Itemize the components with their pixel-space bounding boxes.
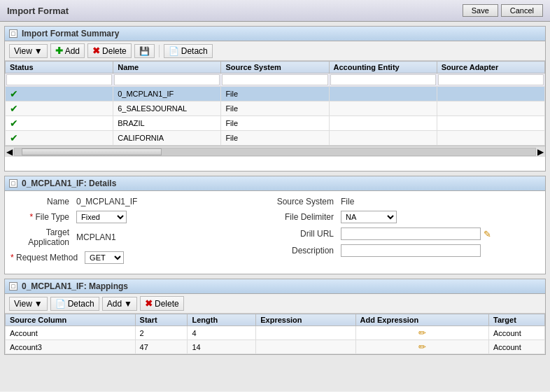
- map-cell-target: Account: [489, 340, 545, 354]
- summary-cell-source-adapter: [437, 87, 544, 102]
- map-cell-start: 2: [135, 326, 188, 340]
- drill-url-row: Drill URL ✎: [275, 227, 540, 240]
- summary-title: Import Format Summary: [22, 29, 119, 38]
- status-check-icon: ✔: [10, 118, 18, 129]
- summary-cell-source-adapter: [437, 131, 544, 146]
- map-col-source: Source Column: [6, 314, 136, 326]
- map-cell-source: Account3: [6, 340, 136, 354]
- detach-icon: 📄: [169, 46, 179, 56]
- drill-url-input[interactable]: [341, 227, 481, 240]
- title-bar-buttons: Save Cancel: [463, 4, 543, 17]
- mappings-collapse-icon[interactable]: □: [9, 282, 17, 290]
- details-section: □ 0_MCPLAN1_IF: Details Name 0_MCPLAN1_I…: [4, 176, 546, 274]
- col-accounting-entity: Accounting Entity: [329, 62, 437, 74]
- details-left: Name 0_MCPLAN1_IF File Type Fixed Delimi…: [10, 197, 275, 268]
- summary-cell-status: ✔: [6, 131, 113, 146]
- request-method-select[interactable]: GET POST: [85, 251, 124, 264]
- map-cell-add-expression[interactable]: ✏: [355, 340, 488, 354]
- filter-name-input[interactable]: [114, 74, 220, 85]
- summary-export-button[interactable]: 💾: [134, 44, 155, 58]
- save-button[interactable]: Save: [463, 4, 498, 17]
- filter-status: [6, 74, 113, 87]
- summary-delete-button[interactable]: ✖ Delete: [87, 43, 132, 58]
- summary-view-button[interactable]: View ▼: [9, 44, 48, 58]
- summary-cell-status: ✔: [6, 87, 113, 102]
- summary-table-row[interactable]: ✔ 0_MCPLAN1_IF File: [6, 87, 545, 102]
- filter-status-input[interactable]: [6, 74, 112, 85]
- mappings-detach-label: Detach: [68, 299, 94, 309]
- summary-cell-accounting-entity: [329, 116, 437, 131]
- mappings-toolbar: View ▼ 📄 Detach Add ▼ ✖ Delete: [5, 294, 545, 314]
- mappings-detach-button[interactable]: 📄 Detach: [50, 297, 99, 311]
- summary-cell-source-system: File: [221, 102, 329, 116]
- summary-table-row[interactable]: ✔ BRAZIL File: [6, 116, 545, 131]
- delete-icon: ✖: [92, 46, 100, 56]
- summary-table-container: Status Name Source System Accounting Ent…: [5, 61, 545, 157]
- mappings-delete-button[interactable]: ✖ Delete: [140, 296, 184, 311]
- summary-section: □ Import Format Summary View ▼ ✚ Add ✖ D…: [4, 26, 546, 172]
- filter-accounting-entity-input[interactable]: [330, 74, 436, 85]
- filter-source-system-input[interactable]: [222, 74, 327, 85]
- summary-view-arrow: ▼: [34, 46, 43, 56]
- details-collapse-icon[interactable]: □: [9, 179, 17, 188]
- summary-detach-button[interactable]: 📄 Detach: [164, 44, 213, 58]
- mappings-add-button[interactable]: Add ▼: [102, 297, 137, 311]
- summary-cell-name: 0_MCPLAN1_IF: [113, 87, 221, 102]
- details-title: 0_MCPLAN1_IF: Details: [22, 178, 116, 188]
- summary-add-button[interactable]: ✚ Add: [50, 43, 85, 58]
- summary-table-row[interactable]: ✔ 6_SALESJOURNAL File: [6, 102, 545, 116]
- mappings-table-row[interactable]: Account 2 4 ✏ Account: [6, 326, 545, 340]
- add-expression-icon[interactable]: ✏: [418, 342, 426, 352]
- map-cell-length: 4: [188, 326, 256, 340]
- target-label: TargetApplication: [10, 227, 73, 247]
- add-expression-icon[interactable]: ✏: [418, 328, 426, 338]
- mappings-delete-icon: ✖: [145, 298, 153, 309]
- details-grid: Name 0_MCPLAN1_IF File Type Fixed Delimi…: [5, 191, 545, 274]
- description-label: Description: [275, 246, 338, 255]
- source-system-value: File: [341, 197, 354, 206]
- col-source-system: Source System: [221, 62, 329, 74]
- details-header: □ 0_MCPLAN1_IF: Details: [5, 176, 545, 191]
- summary-cell-status: ✔: [6, 116, 113, 131]
- map-cell-length: 14: [188, 340, 256, 354]
- map-cell-expression: [256, 340, 355, 354]
- file-type-select[interactable]: Fixed Delimited: [76, 211, 127, 223]
- file-delimiter-select[interactable]: NA , ;: [341, 211, 397, 223]
- filter-name: [113, 74, 221, 87]
- summary-header: □ Import Format Summary: [5, 27, 545, 41]
- mappings-table-row[interactable]: Account3 47 14 ✏ Account: [6, 340, 545, 354]
- file-type-row: File Type Fixed Delimited: [10, 211, 275, 223]
- mappings-title: 0_MCPLAN1_IF: Mappings: [22, 281, 128, 291]
- scroll-left-arrow[interactable]: ◀: [6, 147, 13, 157]
- status-check-icon: ✔: [10, 132, 18, 144]
- map-cell-source: Account: [6, 326, 136, 340]
- map-cell-add-expression[interactable]: ✏: [355, 326, 488, 340]
- name-row: Name 0_MCPLAN1_IF: [10, 197, 275, 206]
- summary-delete-label: Delete: [102, 46, 127, 56]
- mappings-view-arrow: ▼: [34, 299, 43, 309]
- description-input[interactable]: [341, 244, 481, 257]
- summary-view-label: View: [14, 46, 32, 56]
- summary-cell-accounting-entity: [329, 102, 437, 116]
- scroll-right-arrow[interactable]: ▶: [537, 147, 544, 157]
- target-row: TargetApplication MCPLAN1: [10, 227, 275, 247]
- request-method-label: Request Method: [10, 253, 82, 262]
- filter-source-adapter-input[interactable]: [438, 74, 544, 85]
- summary-table-row[interactable]: ✔ CALIFORNIA File: [6, 131, 545, 146]
- cancel-button[interactable]: Cancel: [501, 4, 543, 17]
- map-col-target: Target: [489, 314, 545, 326]
- source-system-row: Source System File: [275, 197, 540, 206]
- scroll-track-h[interactable]: [14, 148, 536, 156]
- map-col-length: Length: [188, 314, 256, 326]
- map-cell-target: Account: [489, 326, 545, 340]
- summary-cell-accounting-entity: [329, 131, 437, 146]
- map-col-add-expression: Add Expression: [355, 314, 488, 326]
- scroll-thumb-h[interactable]: [22, 148, 162, 155]
- col-source-adapter: Source Adapter: [437, 62, 544, 74]
- drill-url-edit-icon[interactable]: ✎: [484, 229, 491, 239]
- summary-cell-name: BRAZIL: [113, 116, 221, 131]
- horizontal-scrollbar[interactable]: ◀ ▶: [5, 146, 545, 157]
- summary-cell-source-system: File: [221, 116, 329, 131]
- summary-collapse-icon[interactable]: □: [9, 29, 17, 38]
- mappings-view-button[interactable]: View ▼: [9, 297, 48, 311]
